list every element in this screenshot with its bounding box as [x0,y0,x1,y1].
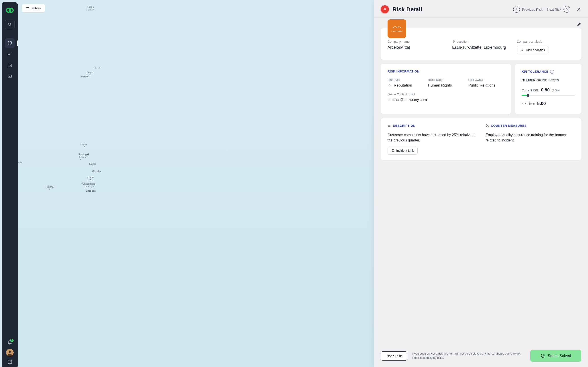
risk-factor-label: Risk Factor [428,78,464,81]
map-label-casablanca: Casablanca [82,182,95,185]
risk-detail-icon [381,5,389,13]
company-name-label: Company name [388,40,445,43]
app-logo [6,6,14,14]
kpi-current-row: Current KPI: 0.80 (20%) [522,87,575,92]
map-label-portugal: Portugal [79,153,89,156]
expand-sidebar-button[interactable] [7,359,12,364]
sidebar: 5 [2,2,18,367]
description-counter-card: DESCRIPTION Customer complaints have inc… [381,118,581,160]
map-label-dublin: Dublin [86,71,93,74]
footer-note: If you set it as Not a risk this item wi… [412,352,523,360]
notification-badge: 5 [10,339,14,342]
chevron-left-icon [513,6,520,13]
svg-point-9 [389,86,390,86]
filters-label: Filters [32,6,41,10]
risk-information-card: RISK INFORMATION Risk Type Reputation Ri… [381,64,511,114]
nav-analytics-icon[interactable] [5,49,15,59]
company-name-value: ArcelorMittal [388,45,445,50]
panel-header: Risk Detail Previous Risk Next Risk [374,0,588,17]
not-a-risk-button[interactable]: Not a Risk [381,351,407,360]
svg-point-3 [9,44,10,44]
map-canvas[interactable]: Filters Faroe Islands Isle of Dublin Ire… [18,0,588,367]
kpi-limit-row: KPI Limit: 5.00 [522,101,575,106]
description-title: DESCRIPTION [388,124,477,127]
kpi-progress-bar [522,95,575,96]
svg-point-2 [8,23,11,25]
owner-email-value: contact@company.com [388,98,504,102]
map-label-rabat-ar: الرباط [88,178,94,181]
risk-owner-label: Risk Owner [468,78,504,81]
kpi-tolerance-card: KPI TOLERANCE i NUMBER OF INCIDENTS Curr… [515,64,581,114]
counter-measures-text: Employee quality assurance training for … [485,132,575,143]
map-label-gibraltar: Gibraltar [92,170,102,173]
risk-analytics-button[interactable]: Risk analytics [517,46,549,54]
svg-point-1 [9,8,13,12]
map-label-casablanca-ar: الدار البيضاء [84,185,95,188]
risk-info-title: RISK INFORMATION [388,70,504,73]
risk-factor-value: Human Rights [428,83,464,88]
risk-type-value: Reputation [388,83,424,88]
edit-button[interactable] [577,22,581,27]
kpi-pct: (20%) [552,89,560,92]
set-as-solved-button[interactable]: Set as Solved [530,350,581,362]
map-label-funchal: Funchal [45,185,54,188]
map-label-porto: Porto [81,143,87,146]
analysis-label: Company analysis [517,40,575,43]
map-label-seville: Seville [89,162,96,165]
svg-rect-7 [8,360,12,364]
owner-email-label: Owner Contact Email [388,92,504,96]
filters-button[interactable]: Filters [22,4,45,12]
nav-messages-icon[interactable] [5,72,15,81]
kpi-current-value: 0.80 [541,87,550,92]
company-card: ArcelorMittal Company name ArcelorMittal… [381,28,581,60]
kpi-limit-value: 5.00 [537,101,546,106]
counter-measures-title: COUNTER MEASURES [485,124,575,127]
panel-title: Risk Detail [392,6,422,13]
kpi-subtitle: NUMBER OF INCIDENTS [522,78,575,82]
risk-type-label: Risk Type [388,78,424,81]
risk-owner-value: Public Relations [468,83,504,88]
chevron-right-icon [563,6,570,13]
description-text: Customer complaints have increased by 25… [388,132,477,143]
nav-risk-icon[interactable] [5,38,15,48]
kpi-info-button[interactable]: i [550,70,554,74]
nav-reports-icon[interactable] [5,60,15,70]
user-avatar[interactable] [6,349,14,356]
map-label-ireland: Ireland [81,75,89,78]
close-panel-button[interactable] [576,7,581,12]
previous-risk-button[interactable]: Previous Risk [513,6,543,13]
map-label-isle: Isle of [94,67,100,70]
search-button[interactable] [5,20,15,29]
next-risk-button[interactable]: Next Risk [547,6,570,13]
map-label-ada: ada [18,161,22,164]
map-label-morocco: Morocco [86,190,96,192]
svg-point-8 [453,41,454,42]
location-label: Location [452,40,510,43]
risk-detail-panel: Risk Detail Previous Risk Next Risk [374,0,588,367]
incident-link-button[interactable]: Incident Link [388,147,418,155]
map-label-rabat: Rabat [88,176,94,179]
panel-footer: Not a Risk If you set it as Not a risk t… [374,346,588,367]
kpi-title: KPI TOLERANCE i [522,70,575,74]
map-label-lisbon: Lisbon [79,156,86,158]
location-value: Esch-sur-Alzette, Luxembourg [452,45,510,50]
map-label-faroe: Faroe Islands [87,5,95,11]
svg-point-6 [9,350,11,353]
notifications-button[interactable]: 5 [7,340,12,346]
company-logo: ArcelorMittal [388,19,406,38]
